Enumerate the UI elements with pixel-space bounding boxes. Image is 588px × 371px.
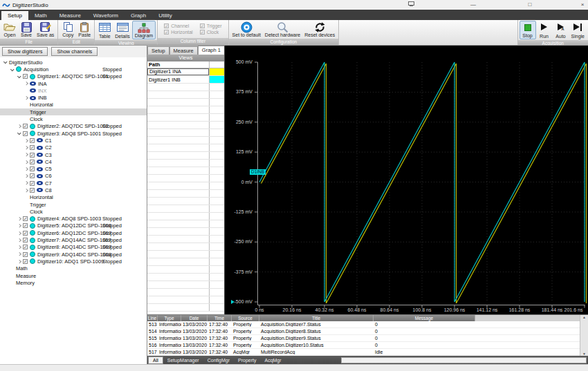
expander-closed-icon[interactable] — [23, 173, 30, 180]
tree-item-digitizer8-adq14dc-spd-1007[interactable]: ✓Digitizer8: ADQ14DC SPD-1007Stopped — [0, 244, 147, 251]
tree-item-c8[interactable]: ✓C8 — [0, 187, 147, 193]
expander-closed-icon[interactable] — [16, 216, 23, 222]
tree-item-checkbox[interactable]: ✓ — [23, 223, 28, 228]
view-path-cell[interactable]: Digitizer1 INB — [147, 76, 209, 83]
log-horizontal-scrollbar[interactable] — [341, 357, 587, 363]
menu-item-utility[interactable]: Utility — [152, 11, 178, 20]
view-row-empty[interactable] — [147, 175, 224, 182]
maximize-button[interactable]: □ — [526, 0, 534, 9]
log-row[interactable]: 514Information13/03/202017:32:40Property… — [147, 328, 580, 335]
reset-devices-button[interactable]: Reset devices — [302, 21, 337, 38]
expander-closed-icon[interactable] — [23, 180, 30, 187]
tree-item-math[interactable]: Math — [0, 265, 147, 272]
waveform-graph[interactable]: 500 mV375 mV250 mV125 mV0 mV-125 mV-250 … — [225, 46, 588, 314]
horizontal-filter-checkbox[interactable]: ✓Horizontal — [164, 30, 193, 35]
tree-item-checkbox[interactable]: ✓ — [23, 252, 28, 257]
show-digitizers-button[interactable]: Show digitizers — [2, 47, 48, 56]
tree-item-digitizer10-adq1-spd-1009[interactable]: ✓Digitizer10: ADQ1 SPD-1009Stopped — [0, 258, 147, 265]
tree-item-c2[interactable]: ✓C2 — [0, 144, 147, 151]
view-row-empty[interactable] — [147, 160, 224, 167]
tree-item-checkbox[interactable]: ✓ — [23, 231, 28, 236]
tree-item-c6[interactable]: ✓C6 — [0, 173, 147, 180]
tree-item-trigger[interactable]: Trigger — [0, 108, 147, 115]
trace-color-swatch[interactable] — [209, 68, 224, 75]
tab-setup[interactable]: Setup — [147, 46, 169, 55]
tree-item-checkbox[interactable]: ✓ — [30, 145, 35, 150]
expander-closed-icon[interactable] — [16, 123, 23, 130]
log-tab-property[interactable]: Property — [234, 357, 260, 363]
tree-item-c5[interactable]: ✓C5 — [0, 165, 147, 172]
details-button[interactable]: Details — [113, 21, 131, 39]
tree-item-checkbox[interactable]: ✓ — [23, 131, 28, 136]
open-button[interactable]: Open — [1, 21, 18, 38]
log-column-date[interactable]: Date — [181, 315, 208, 321]
view-row-empty[interactable] — [147, 198, 224, 205]
view-row-empty[interactable] — [147, 243, 224, 251]
view-row-empty[interactable] — [147, 114, 224, 122]
view-path-cell[interactable]: Digitizer1 INA — [147, 68, 209, 75]
tree-item-checkbox[interactable]: ✓ — [30, 181, 35, 186]
view-row-empty[interactable] — [147, 167, 224, 175]
log-tab-setupmanager[interactable]: SetupManager — [163, 357, 203, 363]
menu-item-setup[interactable]: Setup — [1, 11, 28, 20]
channel-filter-checkbox[interactable]: ✓Channel — [164, 23, 193, 28]
view-row-empty[interactable] — [147, 99, 224, 106]
tree-item-digitizer5-adq12dc-spd-1006[interactable]: ✓Digitizer5: ADQ12DC SPD-1006Stopped — [0, 222, 147, 229]
tree-item-checkbox[interactable]: ✓ — [23, 74, 28, 79]
tab-graph-1[interactable]: Graph 1 — [198, 46, 225, 55]
view-row[interactable]: Digitizer1 INB — [147, 76, 224, 84]
tree-item-trigger[interactable]: Trigger — [0, 201, 147, 208]
log-row[interactable]: 513Information13/03/202017:32:40Property… — [147, 321, 580, 328]
expander-closed-icon[interactable] — [23, 151, 30, 158]
view-row-empty[interactable] — [147, 205, 224, 213]
close-button[interactable]: × — [578, 0, 587, 9]
tree-item-inx[interactable]: INX — [0, 87, 147, 94]
view-row-empty[interactable] — [147, 236, 224, 243]
trace-badge[interactable]: D1INB — [250, 169, 266, 175]
stop-button[interactable]: Stop — [520, 21, 536, 39]
auto-button[interactable]: A Auto — [553, 21, 569, 39]
tree-item-digitizer2-adq7dc-spd-1002[interactable]: ✓Digitizer2: ADQ7DC SPD-1002Stopped — [0, 123, 147, 130]
detect-hardware-button[interactable]: Detect hardware — [263, 21, 302, 38]
log-tab-all[interactable]: All — [148, 356, 163, 364]
tree-item-horizontal[interactable]: Horizontal — [0, 194, 147, 201]
tab-measure[interactable]: Measure — [169, 46, 198, 55]
tree-item-checkbox[interactable]: ✓ — [30, 138, 35, 143]
log-tab-configmgr[interactable]: ConfigMgr — [203, 357, 234, 363]
log-vertical-scrollbar[interactable]: ▲▼ — [580, 315, 588, 356]
tree-item-checkbox[interactable]: ✓ — [23, 124, 28, 129]
log-column-source[interactable]: Source — [232, 315, 259, 321]
tree-item-c4[interactable]: ✓C4 — [0, 158, 147, 165]
log-column-time[interactable]: Time — [208, 315, 232, 321]
log-column-title[interactable]: Title — [259, 315, 374, 321]
log-column-type[interactable]: Type — [158, 315, 181, 321]
table-button[interactable]: Table — [96, 21, 113, 39]
tree-item-digitizerstudio[interactable]: DigitizerStudio — [0, 59, 147, 66]
clock-filter-checkbox[interactable]: ✓Clock — [200, 30, 222, 35]
view-row-empty[interactable] — [147, 137, 224, 144]
tree-item-checkbox[interactable]: ✓ — [23, 238, 28, 242]
menu-item-waveform[interactable]: Waveform — [87, 11, 125, 20]
tree-item-horizontal[interactable]: Horizontal — [0, 102, 147, 108]
expander-closed-icon[interactable] — [23, 144, 30, 151]
expander-closed-icon[interactable] — [16, 222, 23, 229]
expander-closed-icon[interactable] — [16, 244, 23, 251]
log-row[interactable]: 515Information13/03/202017:32:40Property… — [147, 335, 580, 342]
diagram-button[interactable]: Diagram — [132, 21, 156, 39]
show-channels-button[interactable]: Show channels — [51, 47, 98, 56]
view-row-empty[interactable] — [147, 274, 224, 281]
view-row-empty[interactable] — [147, 258, 224, 266]
log-tab-acqmgr[interactable]: AcqMgr — [260, 357, 285, 363]
view-row-empty[interactable] — [147, 296, 224, 304]
expander-open-icon[interactable] — [16, 130, 23, 137]
tree-item-checkbox[interactable]: ✓ — [30, 167, 35, 171]
tree-item-checkbox[interactable]: ✓ — [23, 259, 28, 264]
tree-item-memory[interactable]: Memory — [0, 279, 147, 286]
tree-item-digitizer6-adq12dc-spd-1007[interactable]: ✓Digitizer6: ADQ12DC SPD-1007Stopped — [0, 229, 147, 236]
trigger-filter-checkbox[interactable]: ✓Trigger — [200, 23, 222, 28]
tree-item-inb[interactable]: INB — [0, 94, 147, 101]
tree-item-checkbox[interactable]: ✓ — [30, 160, 35, 164]
expander-closed-icon[interactable] — [23, 158, 30, 165]
tree-item-c1[interactable]: ✓C1 — [0, 137, 147, 144]
save-button[interactable]: Save — [18, 21, 35, 38]
